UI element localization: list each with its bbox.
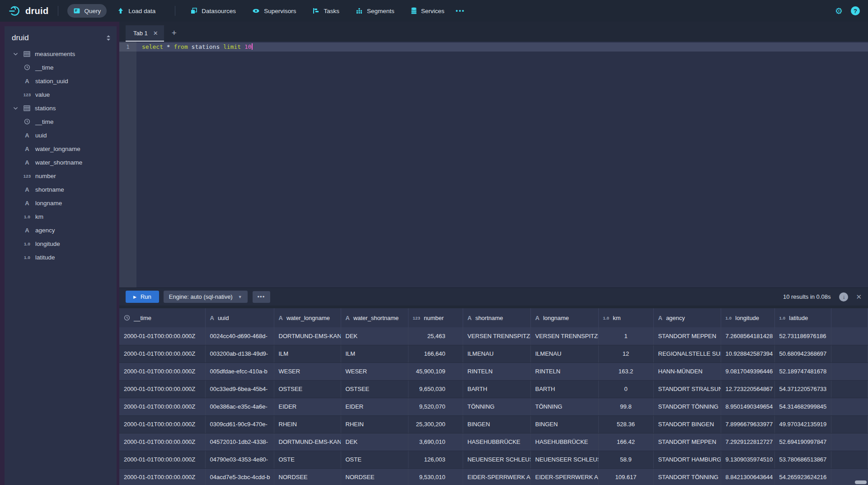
cell-longitude[interactable]: 9.0817049396446: [721, 363, 774, 380]
cell-latitude[interactable]: 50.680942368697: [774, 345, 831, 363]
cell-water_longname[interactable]: OSTSEE: [274, 380, 341, 398]
cell-agency[interactable]: STANDORT HAMBURG: [653, 451, 721, 468]
cell-water_longname[interactable]: WESER: [274, 363, 341, 380]
cell-km[interactable]: 58.9: [598, 451, 653, 468]
gear-icon[interactable]: ⚙: [835, 6, 843, 16]
cell-longname[interactable]: NEUENSEER SCHLEUSE: [530, 451, 598, 468]
cell-water_shortname[interactable]: DEK: [341, 433, 408, 451]
column-header-shortname[interactable]: Ashortname: [463, 308, 530, 327]
column-header-water_longname[interactable]: Awater_longname: [274, 308, 341, 327]
cell-uuid[interactable]: 00e386ac-e35c-4a6e-: [205, 398, 274, 415]
cell-agency[interactable]: STANDORT TÖNNING: [653, 398, 721, 415]
nav-item-load-data[interactable]: Load data: [111, 4, 161, 18]
double-caret-vertical-icon[interactable]: [106, 35, 111, 41]
cell-uuid[interactable]: 04acd7e5-3cbc-4cdd-b: [205, 468, 274, 485]
cell-__time[interactable]: 2000-01-01T00:00:00.000Z: [119, 398, 205, 415]
cell-water_longname[interactable]: DORTMUND-EMS-KANAL: [274, 327, 341, 345]
schema-selector[interactable]: druid: [5, 26, 117, 47]
column-header-number[interactable]: 123number: [408, 308, 463, 327]
cell-water_shortname[interactable]: NORDSEE: [341, 468, 408, 485]
cell-number[interactable]: 9,520,070: [408, 398, 463, 415]
tree-table-stations[interactable]: stations: [5, 101, 117, 115]
tree-column-station_uuid[interactable]: Astation_uuid: [5, 74, 117, 88]
column-header-water_shortname[interactable]: Awater_shortname: [341, 308, 408, 327]
sql-editor[interactable]: 1 select * from stations limit 10: [119, 42, 868, 287]
cell-__time[interactable]: 2000-01-01T00:00:00.000Z: [119, 363, 205, 380]
cell-uuid[interactable]: 04790e03-4353-4e80-: [205, 451, 274, 468]
column-header-longname[interactable]: Alongname: [530, 308, 598, 327]
cell-longitude[interactable]: 7.2929122812727: [721, 433, 774, 451]
cell-water_longname[interactable]: DORTMUND-EMS-KANAL: [274, 433, 341, 451]
cell-__time[interactable]: 2000-01-01T00:00:00.000Z: [119, 415, 205, 433]
druid-logo[interactable]: druid: [8, 5, 49, 17]
cell-shortname[interactable]: VERSEN TRENNSPITZE: [463, 327, 530, 345]
cell-longname[interactable]: BINGEN: [530, 415, 598, 433]
cell-longitude[interactable]: 8.9501490349654: [721, 398, 774, 415]
cell-km[interactable]: 1: [598, 327, 653, 345]
cell-latitude[interactable]: 54.371220576733: [774, 380, 831, 398]
cell-longitude[interactable]: 10.928842587394: [721, 345, 774, 363]
help-icon[interactable]: ?: [851, 6, 860, 15]
cell-km[interactable]: 99.8: [598, 398, 653, 415]
nav-item-segments[interactable]: Segments: [350, 4, 400, 18]
cell-latitude[interactable]: 52.189747481678: [774, 363, 831, 380]
column-header-km[interactable]: 1.0km: [598, 308, 653, 327]
column-header-longitude[interactable]: 1.0longitude: [721, 308, 774, 327]
cell-latitude[interactable]: 52.731186976186: [774, 327, 831, 345]
cell-number[interactable]: 9,650,030: [408, 380, 463, 398]
tree-column-number[interactable]: 123number: [5, 169, 117, 183]
cell-km[interactable]: 528.36: [598, 415, 653, 433]
run-button[interactable]: ▶ Run: [126, 291, 159, 303]
cell-km[interactable]: 12: [598, 345, 653, 363]
cell-agency[interactable]: STANDORT STRALSUND: [653, 380, 721, 398]
column-header-latitude[interactable]: 1.0latitude: [774, 308, 831, 327]
sql-text[interactable]: select * from stations limit 10: [142, 42, 253, 52]
cell-km[interactable]: 0: [598, 380, 653, 398]
cell-__time[interactable]: 2000-01-01T00:00:00.000Z: [119, 345, 205, 363]
close-results-icon[interactable]: ✕: [856, 293, 862, 301]
cell-__time[interactable]: 2000-01-01T00:00:00.000Z: [119, 451, 205, 468]
cell-number[interactable]: 166,640: [408, 345, 463, 363]
cell-agency[interactable]: STANDORT MEPPEN: [653, 433, 721, 451]
column-header-__time[interactable]: __time: [119, 308, 205, 327]
cell-uuid[interactable]: 04572010-1db2-4338-: [205, 433, 274, 451]
cell-water_longname[interactable]: NORDSEE: [274, 468, 341, 485]
nav-more-button[interactable]: •••: [455, 7, 465, 14]
tree-column-longitude[interactable]: 1.0longitude: [5, 237, 117, 250]
cell-number[interactable]: 3,690,010: [408, 433, 463, 451]
query-more-button[interactable]: •••: [253, 291, 270, 303]
cell-water_longname[interactable]: EIDER: [274, 398, 341, 415]
tree-column-water_longname[interactable]: Awater_longname: [5, 142, 117, 155]
cell-number[interactable]: 45,900,109: [408, 363, 463, 380]
cell-latitude[interactable]: 54.265923624216: [774, 468, 831, 485]
cell-longname[interactable]: RINTELN: [530, 363, 598, 380]
cell-water_longname[interactable]: ILM: [274, 345, 341, 363]
nav-item-services[interactable]: Services: [405, 4, 450, 18]
cell-longitude[interactable]: 7.2608564181428: [721, 327, 774, 345]
cell-water_shortname[interactable]: OSTE: [341, 451, 408, 468]
cell-latitude[interactable]: 49.970342135919: [774, 415, 831, 433]
tab-close-icon[interactable]: ✕: [153, 30, 158, 37]
cell-longname[interactable]: VERSEN TRENNSPITZE: [530, 327, 598, 345]
cell-agency[interactable]: STANDORT BINGEN: [653, 415, 721, 433]
cell-latitude[interactable]: 53.780686513867: [774, 451, 831, 468]
tree-column-__time[interactable]: __time: [5, 115, 117, 128]
cell-water_longname[interactable]: RHEIN: [274, 415, 341, 433]
cell-water_shortname[interactable]: ILM: [341, 345, 408, 363]
cell-__time[interactable]: 2000-01-01T00:00:00.000Z: [119, 468, 205, 485]
cell-uuid[interactable]: 003200ab-d138-49d9-: [205, 345, 274, 363]
cell-number[interactable]: 126,003: [408, 451, 463, 468]
nav-item-query[interactable]: Query: [67, 4, 107, 18]
cell-__time[interactable]: 2000-01-01T00:00:00.000Z: [119, 327, 205, 345]
cell-km[interactable]: 166.42: [598, 433, 653, 451]
nav-item-datasources[interactable]: Datasources: [184, 4, 242, 18]
download-icon[interactable]: ↓: [839, 292, 848, 301]
cell-shortname[interactable]: BARTH: [463, 380, 530, 398]
tree-column-agency[interactable]: Aagency: [5, 223, 117, 237]
tree-column-km[interactable]: 1.0km: [5, 210, 117, 223]
cell-water_shortname[interactable]: EIDER: [341, 398, 408, 415]
cell-uuid[interactable]: 0309cd61-90c9-470e-: [205, 415, 274, 433]
cell-number[interactable]: 9,530,010: [408, 468, 463, 485]
tree-column-__time[interactable]: __time: [5, 61, 117, 74]
cell-agency[interactable]: STANDORT TÖNNING: [653, 468, 721, 485]
